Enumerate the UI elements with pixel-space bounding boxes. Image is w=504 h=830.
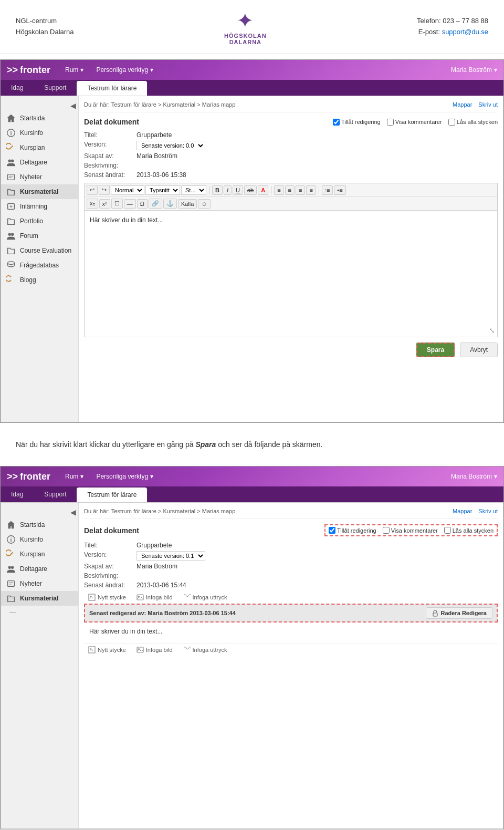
sidebar-item-startsida[interactable]: Startsida [1,111,78,126]
align-center-btn[interactable]: ≡ [285,185,295,195]
checkbox-lock-all-2[interactable]: Lås alla stycken [444,527,494,534]
sidebar2-item-deltagare[interactable]: Deltagare [1,562,78,576]
sidebar-toggle-1[interactable]: ◀ [1,100,78,111]
content-area-1: Du är här: Testrum för lärare > Kursmate… [79,96,503,422]
user-menu-2[interactable]: Maria Boström ▾ [451,473,497,480]
mappar-link[interactable]: Mappar [453,101,472,108]
logo-text-line1: HÖGSKOLAN [224,33,267,39]
nav-item-personliga-2[interactable]: Personliga verktyg ▾ [90,469,160,484]
form-row-title-2: Titel: Grupparbete [84,542,498,549]
infoga-uttryck-btn-2[interactable]: Infoga uttryck [183,646,227,653]
version-select-2[interactable]: Senaste version: 0.1 [136,551,205,561]
checkbox-show-comments-1[interactable]: Visa kommentarer [387,119,442,126]
doc-checkboxes-2: Tillåt redigering Visa kommentarer Lås a… [329,527,494,534]
sidebar-item-course-eval[interactable]: Course Evaluation [1,243,78,258]
underline-btn[interactable]: U [233,185,243,195]
tab-support-2[interactable]: Support [34,486,77,502]
fronter-bar-2: >> fronter Rum ▾ Personliga verktyg ▾ Ma… [1,466,503,486]
image-icon-2 [136,646,144,653]
tab-idag-2[interactable]: Idag [1,486,34,502]
nav-item-rum[interactable]: Rum ▾ [59,62,90,78]
contact-info: Telefon: 023 – 77 88 88 E-post: support@… [417,16,488,38]
nytt-stycke-btn-2[interactable]: Nytt stycke [88,646,126,653]
tab-bar-2: Idag Support Testrum för lärare [1,486,503,502]
undo-btn[interactable]: ↩ [87,185,98,195]
nav-item-personliga[interactable]: Personliga verktyg ▾ [90,62,160,78]
sidebar2-item-kursplan[interactable]: Kursplan [1,547,78,562]
table-btn[interactable]: ☐ [111,199,123,209]
tab-testrum-1[interactable]: Testrum för lärare [77,81,147,96]
hr-btn[interactable]: — [124,199,136,209]
style-select[interactable]: Normal [111,185,144,195]
sep2 [271,186,271,194]
home-icon-2 [6,520,16,530]
sidebar-item-blogg[interactable]: Blogg [1,273,78,287]
svg-point-1 [8,160,11,162]
special-btn[interactable]: Ω [137,199,148,209]
skriv-ut-link[interactable]: Skriv ut [478,101,498,108]
version-select-1[interactable]: Senaste version: 0.0 [136,141,205,150]
dropdown-arrow-icon-3: ▾ [150,473,153,480]
size-select[interactable]: St... [181,185,206,195]
italic-btn[interactable]: I [224,185,232,195]
nav-item-rum-2[interactable]: Rum ▾ [59,469,90,484]
email-link[interactable]: support@du.se [442,28,488,36]
kursinfo-icon-2 [6,535,16,544]
save-button-1[interactable]: Spara [416,343,455,357]
list-num-btn[interactable]: :≡ [322,185,333,195]
sidebar2-item-more: — [1,606,78,618]
sup-btn[interactable]: x² [99,199,110,209]
list-bullet-btn[interactable]: •≡ [334,185,345,195]
emoticon-btn[interactable]: ☺ [198,199,210,209]
radera-redigera-btn[interactable]: Radera Redigera [426,607,492,619]
sidebar-item-kursmaterial[interactable]: Kursmaterial [1,184,78,199]
mappar-link-2[interactable]: Mappar [453,508,472,514]
sidebar-item-forum[interactable]: Forum [1,229,78,243]
redo-btn[interactable]: ↪ [99,185,110,195]
skriv-ut-link-2[interactable]: Skriv ut [478,508,498,514]
user-menu[interactable]: Maria Boström ▾ [451,66,497,74]
sidebar-item-nyheter[interactable]: Nyheter [1,170,78,184]
align-left-btn[interactable]: ≡ [274,185,284,195]
svg-point-7 [8,233,11,236]
form-row-created-2: Skapat av: Maria Boström [84,563,498,570]
align-right-btn[interactable]: ≡ [296,185,305,195]
tab-idag-1[interactable]: Idag [1,80,34,96]
sidebar2-item-kursmaterial[interactable]: Kursmaterial [1,591,78,606]
infoga-bild-btn-1[interactable]: Infoga bild [136,594,173,601]
nytt-stycke-btn-1[interactable]: Nytt stycke [88,594,126,601]
sidebar-item-inlamning[interactable]: Inlämning [1,199,78,214]
font-color-btn[interactable]: A [258,185,268,195]
checkbox-allow-edit-2[interactable]: Tillåt redigering [329,527,376,534]
link-btn[interactable]: 🔗 [149,199,162,209]
checkbox-show-comments-2[interactable]: Visa kommentarer [383,527,438,534]
checkbox-allow-edit-1[interactable]: Tillåt redigering [333,119,381,126]
sidebar2-item-nyheter[interactable]: Nyheter [1,576,78,591]
anchor-btn[interactable]: ⚓ [163,199,177,209]
sidebar-item-fragedatabas[interactable]: Frågedatabas [1,258,78,273]
sidebar2-item-startsida[interactable]: Startsida [1,517,78,532]
tab-bar-1: Idag Support Testrum för lärare [1,80,503,96]
sub-btn[interactable]: x₂ [87,199,98,209]
cancel-button-1[interactable]: Avbryt [460,343,498,357]
strikethrough-btn[interactable]: ab [244,185,257,195]
infoga-uttryck-btn-1[interactable]: Infoga uttryck [183,594,227,601]
source-btn[interactable]: Källa [178,199,197,209]
bold-btn[interactable]: B [212,185,223,195]
sidebar2-item-kursinfo[interactable]: Kursinfo [1,532,78,547]
editor-body-1[interactable]: Här skriver du in din text... ⤡ [84,211,498,337]
resize-handle-1[interactable]: ⤡ [489,326,495,335]
tab-support-1[interactable]: Support [34,80,77,96]
sidebar-item-portfolio[interactable]: Portfolio [1,214,78,229]
kursinfo-icon [6,128,16,138]
infoga-bild-btn-2[interactable]: Infoga bild [136,646,173,653]
checkbox-lock-all-1[interactable]: Lås alla stycken [448,119,498,126]
sidebar-toggle-2[interactable]: ◀ [1,507,78,517]
justify-btn[interactable]: ≡ [306,185,316,195]
sidebar-item-deltagare[interactable]: Deltagare [1,155,78,170]
chevrons-icon: >> [7,65,18,76]
sidebar-item-kursinfo[interactable]: Kursinfo [1,126,78,140]
font-select[interactable]: Typsnitt [145,185,180,195]
tab-testrum-2[interactable]: Testrum för lärare [77,487,147,502]
sidebar-item-kursplan[interactable]: Kursplan [1,140,78,155]
